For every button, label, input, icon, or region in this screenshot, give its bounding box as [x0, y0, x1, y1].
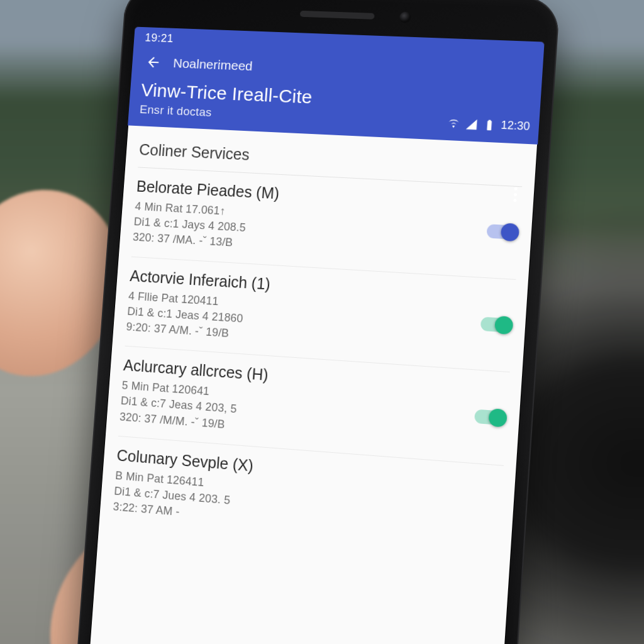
- cellular-icon: [465, 118, 479, 131]
- toggle-switch[interactable]: [474, 409, 505, 426]
- phone: 19:21 Noalnerimeed Vinw-Trice Ireall-Cit…: [70, 0, 560, 644]
- screen: 19:21 Noalnerimeed Vinw-Trice Ireall-Cit…: [86, 27, 544, 644]
- breadcrumb: Noalnerimeed: [173, 56, 253, 74]
- system-time: 12:30: [501, 119, 530, 133]
- speaker-grill: [300, 11, 375, 19]
- status-time: 19:21: [145, 31, 174, 45]
- toggle-switch[interactable]: [486, 224, 516, 240]
- front-camera: [399, 11, 411, 23]
- arrow-left-icon: [145, 54, 162, 70]
- wifi-icon: [447, 116, 461, 130]
- toggle-switch[interactable]: [480, 316, 511, 332]
- content-area: Coliner Services Belorate Pieades (M) 4 …: [99, 125, 538, 560]
- battery-icon: [482, 118, 496, 131]
- back-button[interactable]: [143, 52, 165, 73]
